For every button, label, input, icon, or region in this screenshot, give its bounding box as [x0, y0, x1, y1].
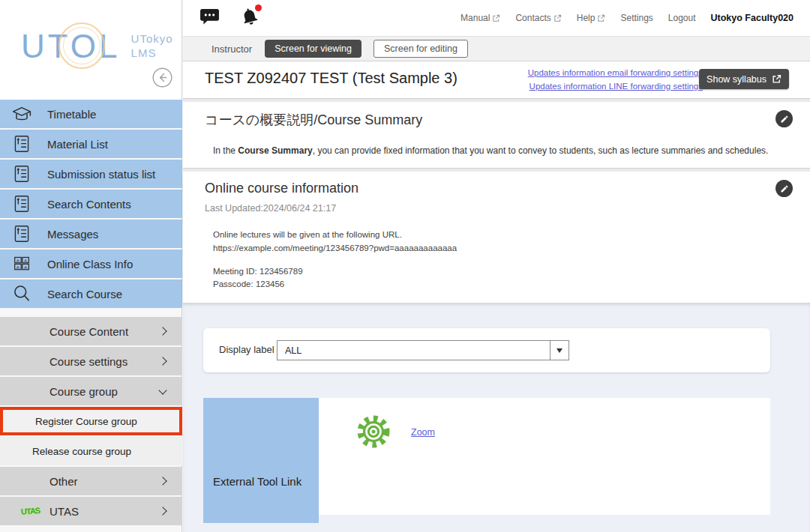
sidebar-item-course-settings[interactable]: Course settings — [0, 347, 182, 375]
utol-lms-app: UTOL UTokyo LMS — [0, 0, 810, 532]
screen-for-viewing-button[interactable]: Screen for viewing — [265, 40, 362, 58]
sidebar-item-search-course[interactable]: Search Course — [0, 279, 182, 308]
settings-link-label: Settings — [620, 13, 652, 23]
top-icons — [200, 7, 260, 30]
display-label-filter-card: Display label ALL — [203, 328, 770, 372]
logo-subtitle: UTokyo LMS — [131, 32, 173, 61]
display-label-select[interactable]: ALL — [277, 340, 569, 360]
online-info-body: Online lectures will be given at the fol… — [213, 229, 457, 291]
arrow-left-circle-icon — [152, 67, 172, 88]
course-title: TEST Z092407 TEST (Test Sample 3) — [205, 70, 458, 87]
sidebar-group-label: Course group — [50, 385, 118, 398]
video-grid-icon: AAAA — [10, 254, 34, 273]
sidebar-subitem-label: Release course group — [32, 446, 131, 457]
sidebar-item-label: Search Course — [47, 288, 122, 300]
sidebar-subitem-label: Register Course group — [35, 416, 137, 427]
sidebar-group-label: Other — [50, 475, 78, 488]
last-updated-timestamp: Last Updated:2024/06/24 21:17 — [205, 203, 336, 214]
sidebar-item-label: Submission status list — [47, 168, 155, 181]
contacts-link[interactable]: Contacts — [515, 13, 561, 23]
online-course-info-section: Online course information Last Updated:2… — [183, 172, 810, 303]
contents-area: Display label ALL External Tool Link Zoo… — [183, 303, 810, 532]
settings-link[interactable]: Settings — [620, 13, 652, 23]
forwarding-links: Updates information email forwarding set… — [528, 67, 703, 94]
document-list-icon — [10, 194, 34, 214]
sidebar-item-other[interactable]: Other — [0, 467, 182, 495]
edit-course-summary-button[interactable] — [776, 110, 793, 127]
screen-for-editing-button[interactable]: Screen for editing — [374, 40, 468, 58]
sidebar-item-timetable[interactable]: Timetable — [0, 100, 182, 128]
logo-word: UTOL — [21, 28, 121, 64]
notification-dot — [255, 4, 262, 11]
view-mode-bar: Instructor Screen for viewing Screen for… — [183, 36, 810, 61]
sidebar-menu: Timetable Material List Submission statu… — [0, 100, 182, 527]
sidebar-item-messages[interactable]: Messages — [0, 220, 182, 248]
triangle-down-icon — [556, 348, 562, 353]
help-link[interactable]: Help — [577, 13, 606, 23]
zoom-tool-link[interactable]: Zoom — [411, 427, 435, 438]
sidebar-collapse-button[interactable] — [152, 67, 172, 88]
sidebar-group-stack: Course Content Course settings Course gr… — [0, 317, 182, 525]
svg-text:A: A — [16, 258, 20, 263]
sidebar-item-label: Online Class Info — [47, 258, 133, 270]
external-link-icon — [597, 14, 605, 22]
sidebar-item-submission-status-list[interactable]: Submission status list — [0, 160, 182, 188]
sidebar-item-label: Messages — [47, 228, 98, 241]
external-link-icon — [772, 74, 782, 84]
manual-link[interactable]: Manual — [460, 13, 500, 23]
sidebar-item-course-group[interactable]: Course group — [0, 377, 182, 405]
document-list-icon — [10, 164, 34, 184]
utol-logo: UTOL UTokyo LMS — [21, 30, 173, 63]
role-label: Instructor — [212, 43, 252, 55]
email-forwarding-settings-link[interactable]: Updates information email forwarding set… — [528, 67, 703, 80]
manual-link-label: Manual — [460, 13, 490, 23]
notifications-bell-icon[interactable] — [239, 7, 260, 30]
sidebar-group-label: Course Content — [50, 325, 128, 338]
help-link-label: Help — [577, 13, 596, 23]
utas-logo-icon: UTAS — [21, 506, 40, 516]
document-list-icon — [10, 134, 34, 154]
svg-text:A: A — [24, 258, 28, 263]
sidebar-group-label: UTAS — [50, 505, 79, 518]
top-bar: Manual Contacts Help Settings Logout U — [183, 0, 810, 36]
spacer — [213, 256, 457, 265]
selected-option: ALL — [278, 341, 550, 360]
logout-link[interactable]: Logout — [668, 13, 696, 23]
passcode: Passcode: 123456 — [213, 278, 457, 291]
meeting-url: https://example.com/meeting/123456789?pw… — [213, 242, 457, 256]
sidebar-item-material-list[interactable]: Material List — [0, 130, 182, 158]
svg-text:A: A — [24, 265, 28, 270]
external-tool-panel: Zoom — [319, 398, 770, 515]
svg-text:A: A — [16, 265, 20, 270]
sidebar-item-utas[interactable]: UTAS UTAS — [0, 497, 182, 525]
line-forwarding-settings-link[interactable]: Updates information LINE forwarding sett… — [528, 80, 703, 94]
sidebar: UTOL UTokyo LMS — [0, 0, 182, 532]
pencil-icon — [780, 115, 789, 124]
online-info-heading: Online course information — [205, 181, 358, 196]
gear-tool-icon — [356, 414, 391, 452]
logo-area: UTOL UTokyo LMS — [0, 0, 182, 100]
pencil-icon — [780, 184, 789, 193]
summary-text-suffix: , you can provide fixed information that… — [313, 145, 769, 156]
sidebar-item-search-contents[interactable]: Search Contents — [0, 190, 182, 218]
messages-chat-icon[interactable] — [200, 7, 220, 29]
sidebar-item-register-course-group[interactable]: Register Course group — [0, 407, 182, 435]
select-dropdown-button[interactable] — [550, 341, 568, 360]
meeting-id: Meeting ID: 123456789 — [213, 265, 457, 279]
summary-text-prefix: In the — [213, 145, 238, 156]
edit-online-info-button[interactable] — [776, 180, 793, 197]
sidebar-item-label: Timetable — [47, 108, 96, 121]
course-title-row: TEST Z092407 TEST (Test Sample 3) Update… — [183, 61, 810, 98]
main-content: Manual Contacts Help Settings Logout U — [183, 0, 810, 532]
sidebar-item-online-class-info[interactable]: AAAA Online Class Info — [0, 250, 182, 278]
graduation-cap-icon — [10, 105, 34, 123]
display-label-text: Display label — [219, 344, 274, 355]
top-links: Manual Contacts Help Settings Logout U — [460, 13, 794, 23]
show-syllabus-button[interactable]: Show syllabus — [699, 69, 789, 89]
chevron-right-icon — [158, 357, 166, 365]
external-link-icon — [492, 14, 500, 22]
contacts-link-label: Contacts — [515, 13, 550, 23]
sidebar-item-course-content[interactable]: Course Content — [0, 317, 182, 345]
sidebar-item-release-course-group[interactable]: Release course group — [0, 437, 182, 465]
external-tool-link-label: External Tool Link — [213, 475, 302, 488]
